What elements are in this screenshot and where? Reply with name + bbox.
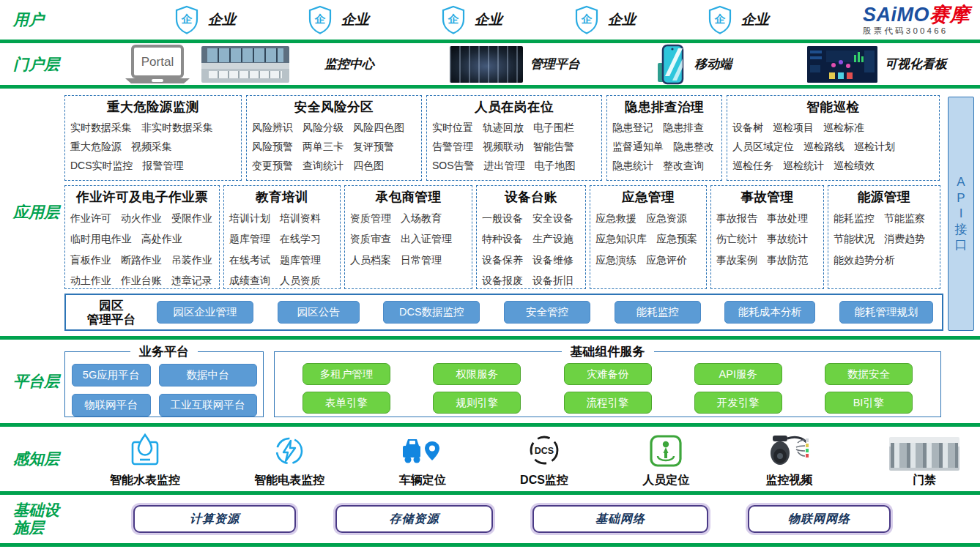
app-module-item: 进出管理 bbox=[484, 160, 525, 173]
component-button[interactable]: 规则引擎 bbox=[433, 392, 521, 414]
app-module-item: 伤亡统计 bbox=[716, 233, 757, 246]
park-button[interactable]: 园区公告 bbox=[278, 301, 360, 324]
business-platform-button[interactable]: 工业互联网平台 bbox=[159, 394, 257, 417]
app-module-item-row: 资质审查出入证管理 bbox=[350, 229, 467, 250]
app-module-item: 断路作业 bbox=[121, 254, 162, 267]
api-bar-char: I bbox=[959, 206, 963, 221]
park-button[interactable]: 园区企业管理 bbox=[157, 301, 253, 324]
app-module-item: 入场教育 bbox=[401, 212, 442, 225]
app-module-item-row: 资质管理入场教育 bbox=[350, 208, 467, 229]
app-module-item-row: SOS告警进出管理电子地图 bbox=[432, 160, 596, 173]
component-button[interactable]: 表单引擎 bbox=[302, 392, 390, 414]
base-components-box: 基础组件服务 多租户管理权限服务灾难备份API服务数据安全表单引擎规则引擎流程引… bbox=[274, 351, 941, 417]
park-button[interactable]: 安全管控 bbox=[504, 301, 590, 324]
app-module-item: 资质审查 bbox=[350, 233, 391, 246]
app-module-item: 应急演练 bbox=[595, 254, 636, 267]
perception-item-label: 智能水表监控 bbox=[110, 473, 180, 488]
app-module-item: 电子地图 bbox=[535, 160, 576, 173]
app-module-title: 设备台账 bbox=[482, 188, 580, 206]
component-button[interactable]: BI引擎 bbox=[825, 392, 913, 414]
park-button[interactable]: 能耗成本分析 bbox=[724, 301, 815, 324]
app-module-item: 设备树 bbox=[732, 122, 763, 135]
logo-latin: SAiMO bbox=[863, 4, 929, 26]
enterprise-shield-icon: 企 bbox=[174, 5, 199, 34]
component-button[interactable]: 流程引擎 bbox=[564, 392, 652, 414]
api-column: API接口 bbox=[943, 89, 980, 336]
infra-label-line1: 基础设 bbox=[13, 501, 81, 519]
app-module-item-row: 临时用电作业高处作业 bbox=[70, 229, 214, 250]
component-button[interactable]: 灾难备份 bbox=[564, 363, 652, 385]
infrastructure-items: 计算资源 存储资源 基础网络 物联网网络 bbox=[81, 505, 980, 533]
component-button[interactable]: 权限服务 bbox=[433, 363, 521, 385]
component-button-row: 多租户管理权限服务灾难备份API服务数据安全 bbox=[302, 363, 913, 385]
infrastructure-layer-label: 基础设 施层 bbox=[13, 501, 81, 537]
app-module-item-row: 变更预警查询统计四色图 bbox=[252, 160, 416, 173]
application-layer-label-col: 应用层 bbox=[0, 89, 64, 336]
app-module-items: 作业许可动火作业受限作业临时用电作业高处作业盲板作业断路作业吊装作业动土作业作业… bbox=[70, 206, 214, 289]
app-module-item-row: 人员区域定位巡检路线巡检计划 bbox=[732, 141, 934, 154]
app-module-item: DCS实时监控 bbox=[70, 160, 133, 173]
dashboard-image bbox=[807, 46, 877, 83]
infra-box-label: 基础网络 bbox=[595, 512, 645, 527]
app-module-item: 人员档案 bbox=[350, 254, 391, 267]
business-platform-button[interactable]: 物联网平台 bbox=[72, 394, 151, 417]
app-module-item: 巡检任务 bbox=[732, 160, 773, 173]
component-button[interactable]: 多租户管理 bbox=[302, 363, 390, 385]
app-module-item: 两单三卡 bbox=[302, 141, 344, 154]
portal-group-management: 管理平台 bbox=[450, 46, 580, 83]
park-button[interactable]: 能耗管理规划 bbox=[839, 301, 933, 324]
perception-item: DCSDCS监控 bbox=[520, 433, 568, 488]
app-module-box: 承包商管理资质管理入场教育资质审查出入证管理人员档案日常管理 bbox=[344, 185, 472, 289]
app-module-title: 作业许可及电子作业票 bbox=[70, 188, 214, 206]
app-module-box: 事故管理事故报告事故处理伤亡统计事故统计事故案例事故防范 bbox=[710, 185, 824, 289]
app-module-item-row: 在线考试题库管理 bbox=[229, 250, 335, 271]
app-module-item: 生产设施 bbox=[532, 233, 573, 246]
park-button[interactable]: 能耗监控 bbox=[615, 301, 701, 324]
app-module-item: 吊装作业 bbox=[171, 254, 212, 267]
logo-chinese: 赛摩 bbox=[929, 4, 970, 26]
app-module-item-row: 培训计划培训资料 bbox=[229, 208, 335, 229]
app-module-item: 动火作业 bbox=[121, 212, 162, 225]
business-platform-title: 业务平台 bbox=[130, 343, 198, 360]
app-module-item: SOS告警 bbox=[432, 160, 475, 173]
perception-item: 智能电表监控 bbox=[254, 434, 324, 488]
portal-layer-label: 门户层 bbox=[13, 54, 81, 75]
svg-text:DCS: DCS bbox=[535, 446, 554, 456]
business-platform-button[interactable]: 5G应用平台 bbox=[72, 364, 151, 386]
app-module-item: 事故统计 bbox=[767, 233, 808, 246]
app-module-item: 节能状况 bbox=[834, 233, 875, 246]
business-platform-button[interactable]: 数据中台 bbox=[159, 364, 257, 386]
component-button[interactable]: 开发引擎 bbox=[694, 392, 782, 414]
app-module-title: 智能巡检 bbox=[732, 98, 934, 116]
app-module-title: 隐患排查治理 bbox=[612, 98, 716, 116]
app-module-item-row: 节能状况消费趋势 bbox=[834, 229, 935, 250]
api-bar-char: A bbox=[957, 175, 965, 190]
enterprise-shield-icon: 企 bbox=[574, 5, 599, 34]
component-button[interactable]: 数据安全 bbox=[825, 363, 913, 385]
app-module-item-row: 风险辨识风险分级风险四色图 bbox=[252, 122, 416, 135]
app-module-title: 承包商管理 bbox=[350, 188, 467, 206]
server-room-image bbox=[450, 46, 523, 83]
component-button[interactable]: API服务 bbox=[694, 363, 782, 385]
app-module-item-row: DCS实时监控报警管理 bbox=[70, 160, 236, 173]
app-module-item: 培训计划 bbox=[229, 212, 270, 225]
app-module-item: 巡检绩效 bbox=[834, 160, 875, 173]
app-module-item: 轨迹回放 bbox=[483, 122, 524, 135]
app-module-item: 临时用电作业 bbox=[70, 233, 132, 246]
divider bbox=[0, 543, 980, 547]
infrastructure-layer-label-col: 基础设 施层 bbox=[0, 501, 81, 537]
app-module-item: 人员区域定位 bbox=[732, 141, 794, 154]
component-button-row: 表单引擎规则引擎流程引擎开发引擎BI引擎 bbox=[302, 392, 913, 414]
person-location-icon bbox=[649, 434, 683, 471]
perception-item-label: 车辆定位 bbox=[399, 473, 446, 488]
app-module-item: 一般设备 bbox=[482, 212, 523, 225]
app-module-item: 非实时数据采集 bbox=[141, 122, 213, 135]
app-module-item: 重大危险源 bbox=[70, 141, 122, 154]
app-module-title: 人员在岗在位 bbox=[432, 98, 596, 116]
app-module-item: 题库管理 bbox=[229, 233, 270, 246]
enterprise-shield-icon: 企 bbox=[308, 5, 333, 34]
app-module-items: 培训计划培训资料题库管理在线学习在线考试题库管理成绩查询人员资质 bbox=[229, 206, 335, 289]
park-button[interactable]: DCS数据监控 bbox=[383, 301, 480, 324]
app-module-item: 实时数据采集 bbox=[70, 122, 132, 135]
app-module-item-row: 设备报废设备折旧 bbox=[482, 271, 580, 290]
